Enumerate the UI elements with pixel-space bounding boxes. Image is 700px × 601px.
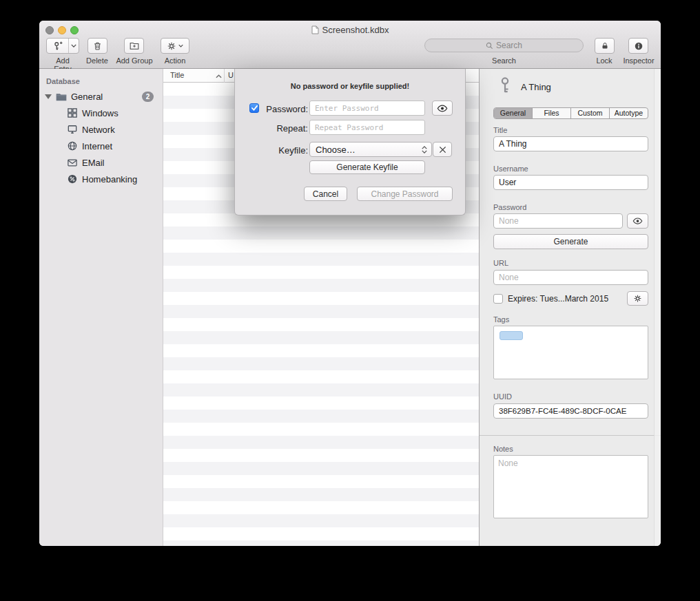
- password-checkbox[interactable]: [249, 103, 259, 113]
- password-field-label: Password:: [260, 104, 308, 114]
- gear-icon: [633, 294, 642, 303]
- sidebar-group-general[interactable]: General 2: [39, 88, 163, 105]
- inspector-panel: A Thing General Files Custom Autotype Ti…: [479, 69, 661, 546]
- tab-autotype[interactable]: Autotype: [610, 108, 648, 118]
- add-group-button[interactable]: [124, 38, 144, 54]
- eye-icon: [437, 105, 448, 112]
- group-label: Network: [82, 125, 115, 135]
- show-password-button[interactable]: [627, 213, 648, 229]
- expires-checkbox[interactable]: [493, 294, 503, 304]
- delete-label: Delete: [77, 56, 117, 65]
- entry-title: A Thing: [521, 82, 551, 92]
- inspector-tabs: General Files Custom Autotype: [493, 107, 648, 119]
- inspector-label: Inspector: [619, 56, 659, 65]
- title-label: Title: [493, 126, 507, 134]
- lock-icon: [601, 41, 609, 50]
- folder-icon: [56, 91, 67, 102]
- chevron-down-icon: [178, 44, 183, 48]
- notes-textarea[interactable]: [493, 455, 648, 518]
- chevron-down-icon[interactable]: [69, 44, 79, 48]
- group-label: Windows: [82, 108, 119, 118]
- tab-files[interactable]: Files: [533, 108, 571, 118]
- generate-keyfile-button[interactable]: Generate Keyfile: [309, 160, 425, 174]
- sidebar-section-header: Database: [46, 77, 80, 85]
- window-title-text: Screenshot.kdbx: [322, 25, 389, 35]
- inspector-scrollbar[interactable]: [654, 69, 661, 546]
- password-label: Password: [493, 203, 526, 211]
- cancel-label: Cancel: [313, 189, 338, 199]
- group-label: EMail: [82, 158, 105, 168]
- gear-icon: [167, 41, 176, 51]
- globe-icon: [67, 140, 78, 151]
- desktop: { "window": { "title": "Screenshot.kdbx"…: [0, 0, 700, 601]
- tab-general[interactable]: General: [494, 108, 533, 118]
- document-icon: [311, 25, 319, 34]
- title-input[interactable]: [493, 136, 648, 151]
- group-label: General: [71, 92, 103, 102]
- notes-label: Notes: [493, 445, 513, 453]
- url-input[interactable]: [493, 270, 648, 285]
- search-placeholder: Search: [496, 41, 522, 50]
- generate-password-button[interactable]: Generate: [493, 234, 648, 249]
- delete-button[interactable]: [88, 38, 107, 54]
- sidebar-group-internet[interactable]: Internet: [39, 138, 163, 154]
- add-group-label: Add Group: [114, 56, 155, 65]
- group-label: Internet: [82, 141, 112, 151]
- repeat-field-label: Repeat:: [260, 123, 308, 134]
- password-input[interactable]: [493, 213, 623, 229]
- clear-keyfile-button[interactable]: [433, 142, 452, 157]
- url-label: URL: [493, 259, 508, 267]
- toolbar: Screenshot.kdbx Add Entry Delete Add: [39, 21, 661, 69]
- search-icon: [486, 42, 493, 50]
- disclosure-triangle-icon[interactable]: [45, 94, 52, 99]
- group-label: Homebanking: [82, 174, 137, 184]
- sidebar-group-homebanking[interactable]: Homebanking: [39, 171, 163, 187]
- add-entry-button[interactable]: [46, 38, 79, 54]
- info-icon: [634, 41, 644, 51]
- username-label: Username: [493, 165, 528, 173]
- windows-icon: [67, 107, 78, 118]
- inspector-button[interactable]: [628, 38, 648, 54]
- expires-settings-button[interactable]: [627, 291, 648, 306]
- key-icon: [497, 77, 513, 96]
- sort-ascending-icon[interactable]: [216, 72, 222, 80]
- tags-field[interactable]: [493, 326, 648, 379]
- trash-icon: [93, 41, 102, 51]
- column-divider[interactable]: [224, 69, 225, 83]
- generate-keyfile-label: Generate Keyfile: [336, 162, 398, 172]
- cancel-button[interactable]: Cancel: [304, 187, 347, 201]
- sidebar: Database General 2 Windows Net: [39, 69, 163, 546]
- percent-coin-icon: [67, 173, 78, 184]
- close-x-icon: [439, 146, 446, 154]
- sidebar-group-network[interactable]: Network: [39, 121, 163, 138]
- change-password-label: Change Password: [371, 189, 438, 199]
- sidebar-group-windows[interactable]: Windows: [39, 105, 163, 121]
- search-input[interactable]: Search: [424, 39, 584, 52]
- column-header-title[interactable]: Title: [170, 71, 184, 79]
- sidebar-group-email[interactable]: EMail: [39, 154, 163, 171]
- dialog-show-password-button[interactable]: [432, 101, 453, 116]
- action-button[interactable]: [161, 38, 189, 54]
- tag-chip[interactable]: [500, 331, 523, 340]
- uuid-field[interactable]: [493, 403, 648, 419]
- keyfile-popup-button[interactable]: Choose…: [309, 142, 432, 157]
- envelope-icon: [67, 157, 78, 168]
- app-window: Screenshot.kdbx Add Entry Delete Add: [39, 21, 661, 546]
- network-icon: [67, 124, 78, 135]
- dialog-message: No password or keyfile supplied!: [235, 82, 465, 90]
- action-label: Action: [161, 56, 189, 65]
- username-input[interactable]: [493, 175, 648, 190]
- section-divider: [480, 435, 661, 436]
- lock-button[interactable]: [595, 38, 615, 54]
- expires-label: Expires: Tues...March 2015: [508, 294, 608, 304]
- eye-icon: [632, 218, 643, 224]
- uuid-label: UUID: [493, 392, 512, 401]
- search-label: Search: [424, 56, 584, 65]
- change-password-button[interactable]: Change Password: [357, 187, 453, 201]
- dialog-password-input[interactable]: [309, 101, 425, 116]
- tab-custom[interactable]: Custom: [571, 108, 610, 118]
- dialog-repeat-input[interactable]: [309, 120, 425, 135]
- change-password-dialog: No password or keyfile supplied! Passwor…: [234, 69, 466, 215]
- column-header-username[interactable]: U: [228, 71, 234, 79]
- window-title: Screenshot.kdbx: [39, 25, 661, 35]
